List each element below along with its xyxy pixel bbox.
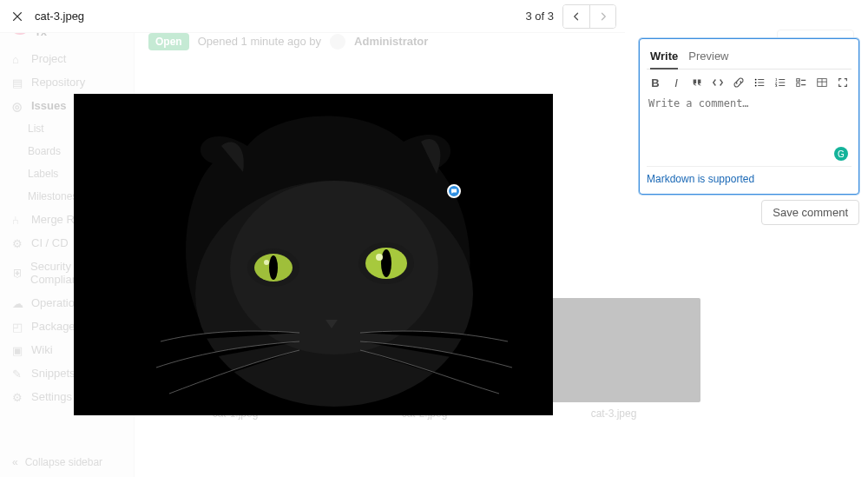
code-icon[interactable]: [711, 75, 725, 90]
number-list-icon[interactable]: 123: [773, 75, 787, 90]
svg-point-12: [755, 82, 757, 83]
close-icon[interactable]: [9, 8, 26, 25]
svg-point-10: [376, 254, 383, 261]
save-comment-button[interactable]: Save comment: [761, 200, 859, 225]
comment-tabs: Write Preview: [647, 46, 852, 70]
svg-point-11: [755, 79, 757, 81]
comment-panel: Write Preview B I 123 G Markdown is supp…: [639, 38, 859, 195]
lightbox-image[interactable]: [74, 94, 553, 415]
link-icon[interactable]: [732, 75, 746, 90]
svg-rect-18: [797, 83, 800, 87]
table-icon[interactable]: [815, 75, 829, 90]
svg-point-13: [755, 85, 757, 87]
task-list-icon[interactable]: [794, 75, 808, 90]
prev-button[interactable]: [563, 5, 589, 28]
bullet-list-icon[interactable]: [753, 75, 766, 90]
comment-icon: [450, 188, 457, 195]
lightbox-position: 3 of 3: [525, 10, 554, 23]
svg-text:3: 3: [775, 83, 778, 88]
fullscreen-icon[interactable]: [836, 75, 850, 90]
svg-point-5: [269, 255, 278, 280]
grammarly-icon[interactable]: G: [834, 147, 848, 161]
tab-write[interactable]: Write: [650, 46, 678, 70]
quote-icon[interactable]: [690, 75, 704, 90]
lightbox-filename: cat-3.jpeg: [35, 10, 84, 23]
italic-icon[interactable]: I: [669, 75, 683, 90]
markdown-help-link[interactable]: Markdown is supported: [647, 173, 754, 185]
lightbox-header: cat-3.jpeg 3 of 3: [0, 0, 625, 33]
chevron-left-icon: [571, 11, 582, 22]
chevron-right-icon: [598, 11, 608, 22]
next-button: [589, 5, 615, 28]
svg-point-9: [381, 249, 391, 277]
svg-point-6: [264, 260, 269, 265]
feedback-marker[interactable]: [447, 184, 461, 198]
lightbox-nav: [562, 4, 616, 29]
tab-preview[interactable]: Preview: [688, 46, 728, 69]
divider: [647, 166, 852, 167]
editor-toolbar: B I 123: [647, 70, 852, 94]
comment-input[interactable]: [647, 94, 852, 162]
bold-icon[interactable]: B: [648, 75, 662, 90]
